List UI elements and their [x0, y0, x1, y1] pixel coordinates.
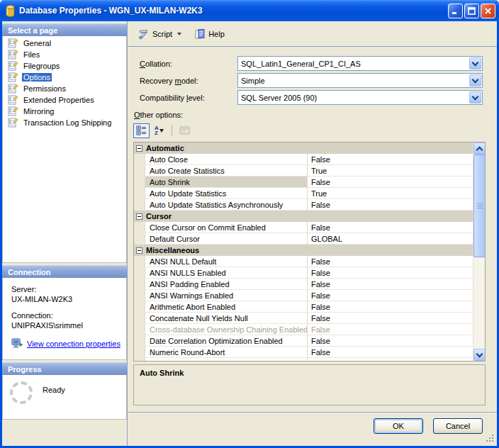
sidebar-item-mirroring[interactable]: Mirroring	[3, 106, 126, 117]
grid-row-auto-shrink[interactable]: Auto Shrink False	[134, 177, 473, 188]
page-icon	[7, 60, 18, 72]
grid-row-date-correlation-optimization-enabled[interactable]: Date Correlation Optimization Enabled Fa…	[134, 335, 473, 347]
titlebar-buttons	[448, 4, 495, 18]
connection-value: UNIPRAXIS\srimmel	[11, 320, 123, 330]
dialog-footer: OK Cancel	[128, 412, 497, 446]
scrollbar-thumb[interactable]	[473, 155, 486, 257]
help-label: Help	[208, 30, 225, 38]
toolbar: Script Help	[128, 21, 497, 47]
grid-row-parameterization[interactable]: Parameterization Simple	[134, 358, 473, 361]
connection-properties-icon	[11, 338, 23, 349]
vertical-scrollbar[interactable]	[473, 142, 485, 361]
grid-row-numeric-round-abort[interactable]: Numeric Round-Abort False	[134, 347, 473, 358]
property-description: Auto Shrink	[133, 364, 486, 405]
main-pane: Script Help Collation:	[127, 21, 497, 446]
collapse-icon[interactable]	[136, 247, 142, 254]
chevron-down-icon	[472, 76, 479, 83]
property-pages-icon	[179, 126, 190, 135]
close-icon	[484, 7, 492, 15]
compatibility-level-combobox[interactable]: SQL Server 2005 (90)	[237, 90, 483, 105]
page-tree: General Files Filegroups	[2, 36, 127, 263]
close-button[interactable]	[481, 4, 495, 18]
recovery-model-label: Recovery model:	[133, 77, 237, 85]
grid-row-ansi-nulls-enabled[interactable]: ANSI NULLS Enabled False	[134, 267, 473, 279]
connection-header: Connection	[2, 265, 127, 278]
maximize-button[interactable]	[464, 4, 479, 18]
script-dropdown-caret-icon	[177, 33, 181, 35]
grid-row-auto-close[interactable]: Auto Close False	[134, 154, 473, 165]
select-a-page-panel: Select a page General Files	[2, 23, 127, 263]
alphabetical-sort-icon: AZ	[155, 125, 164, 135]
progress-spinner-icon	[10, 381, 33, 404]
grid-row-ansi-warnings-enabled[interactable]: ANSI Warnings Enabled False	[134, 290, 473, 301]
grid-row-ansi-null-default[interactable]: ANSI NULL Default False	[134, 256, 473, 267]
chevron-up-icon	[476, 146, 483, 153]
grid-category-automatic[interactable]: Automatic	[134, 142, 473, 154]
sidebar-item-transaction-log-shipping[interactable]: Transaction Log Shipping	[3, 117, 126, 128]
maximize-icon	[468, 7, 476, 15]
grid-row-auto-update-statistics[interactable]: Auto Update Statistics True	[134, 188, 473, 199]
page-icon	[7, 83, 18, 94]
recovery-dropdown-button[interactable]	[469, 74, 481, 86]
alphabetical-sort-button[interactable]: AZ	[151, 123, 167, 138]
grid-row-auto-update-statistics-asynchronously[interactable]: Auto Update Statistics Asynchronously Fa…	[134, 199, 473, 211]
grid-row-cross-database-ownership-chaining-enabled: Cross-database Ownership Chaining Enable…	[134, 324, 473, 335]
property-pages-button-disabled	[176, 123, 193, 138]
progress-status: Ready	[43, 386, 65, 394]
collation-combobox[interactable]: SQL_Latin1_General_CP1_CI_AS	[237, 56, 483, 71]
collation-value: SQL_Latin1_General_CP1_CI_AS	[238, 60, 469, 68]
page-icon	[7, 106, 18, 117]
server-label: Server:	[11, 284, 123, 294]
categorized-button[interactable]	[133, 123, 150, 138]
scroll-down-button[interactable]	[473, 349, 486, 361]
window-title: Database Properties - WGN_UX-MILAN-W2K3	[19, 6, 203, 16]
page-icon	[7, 49, 18, 60]
minimize-button[interactable]	[448, 4, 463, 18]
collation-dropdown-button[interactable]	[469, 57, 481, 69]
page-icon	[7, 94, 18, 106]
scroll-up-button[interactable]	[473, 142, 486, 155]
sidebar-item-permissions[interactable]: Permissions	[3, 83, 126, 94]
recovery-model-combobox[interactable]: Simple	[237, 73, 483, 88]
titlebar[interactable]: Database Properties - WGN_UX-MILAN-W2K3	[0, 0, 499, 21]
compatibility-level-label: Compatibility level:	[133, 94, 237, 102]
ok-button[interactable]: OK	[374, 418, 423, 434]
grid-category-cursor[interactable]: Cursor	[134, 211, 473, 222]
page-icon	[7, 72, 18, 83]
grid-row-default-cursor[interactable]: Default Cursor GLOBAL	[134, 233, 473, 245]
grid-row-close-cursor-on-commit-enabled[interactable]: Close Cursor on Commit Enabled False	[134, 222, 473, 233]
categorized-icon	[136, 125, 147, 135]
progress-header: Progress	[2, 362, 127, 375]
sidebar-item-general[interactable]: General	[3, 38, 126, 49]
help-button[interactable]: Help	[191, 27, 228, 41]
chevron-down-icon	[472, 93, 479, 100]
chevron-down-icon	[476, 350, 483, 357]
sidebar-item-files[interactable]: Files	[3, 49, 126, 60]
collapse-icon[interactable]	[136, 213, 142, 220]
grid-row-ansi-padding-enabled[interactable]: ANSI Padding Enabled False	[134, 279, 473, 290]
collapse-icon[interactable]	[136, 145, 142, 152]
script-button[interactable]: Script	[135, 27, 185, 41]
grid-row-auto-create-statistics[interactable]: Auto Create Statistics True	[134, 165, 473, 177]
sidebar-item-extended-properties[interactable]: Extended Properties	[3, 94, 126, 106]
database-icon	[5, 5, 16, 17]
select-a-page-header: Select a page	[2, 23, 127, 36]
grid-category-miscellaneous[interactable]: Miscellaneous	[134, 245, 473, 256]
grid-row-arithmetic-abort-enabled[interactable]: Arithmetic Abort Enabled False	[134, 301, 473, 313]
compatibility-dropdown-button[interactable]	[469, 91, 481, 103]
cancel-button[interactable]: Cancel	[433, 418, 483, 434]
grid-row-concatenate-null-yields-null[interactable]: Concatenate Null Yields Null False	[134, 313, 473, 324]
server-value: UX-MILAN-W2K3	[11, 294, 123, 304]
page-icon	[7, 117, 18, 128]
dialog-body: Select a page General Files	[0, 21, 499, 448]
options-page: Collation: SQL_Latin1_General_CP1_CI_AS …	[128, 47, 497, 412]
page-icon	[7, 38, 18, 49]
connection-panel: Connection Server: UX-MILAN-W2K3 Connect…	[2, 265, 127, 360]
sidebar: Select a page General Files	[2, 21, 127, 446]
sidebar-item-options[interactable]: Options	[3, 72, 126, 83]
resize-grip[interactable]	[486, 435, 495, 443]
view-connection-properties-link[interactable]: View connection properties	[27, 339, 120, 349]
other-options-label: Other options:	[133, 111, 490, 119]
recovery-model-value: Simple	[238, 77, 469, 85]
sidebar-item-filegroups[interactable]: Filegroups	[3, 60, 126, 72]
